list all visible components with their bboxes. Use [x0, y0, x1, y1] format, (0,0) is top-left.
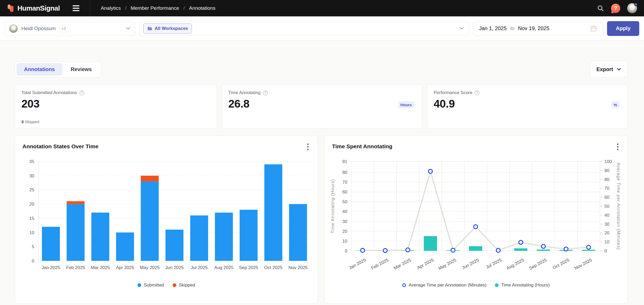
- svg-text:0: 0: [345, 248, 347, 253]
- svg-text:Nov 2025: Nov 2025: [574, 257, 593, 271]
- apply-button[interactable]: Apply: [607, 21, 639, 36]
- skipped-count: 3: [21, 119, 23, 124]
- legend-label: Average Time per Annotation (Minutes): [409, 283, 486, 288]
- kebab-menu-icon[interactable]: [614, 143, 621, 151]
- legend-label: Time Annotating (Hours): [501, 283, 550, 288]
- kebab-menu-icon[interactable]: [304, 143, 311, 151]
- avg-time-legend-ring: [402, 283, 406, 287]
- legend-item-avg-time[interactable]: Average Time per Annotation (Minutes): [402, 283, 486, 288]
- svg-text:Jul 2025: Jul 2025: [485, 257, 503, 270]
- stat-label: Time Annotating: [228, 90, 261, 95]
- svg-text:Feb 2025: Feb 2025: [66, 265, 85, 270]
- tab-annotations[interactable]: Annotations: [17, 63, 62, 76]
- help-circle-icon[interactable]: ?: [79, 90, 84, 95]
- svg-text:10: 10: [29, 230, 34, 235]
- time-spent-chart-svg[interactable]: 0102030405060708091010203040506070809010…: [325, 136, 627, 303]
- breadcrumb-member-performance[interactable]: Member Performance: [131, 5, 179, 11]
- help-circle-icon[interactable]: ?: [475, 90, 480, 95]
- analytics-page: HumanSignal Analytics / Member Performan…: [0, 0, 644, 305]
- stat-cards: Total Submitted Annotations ? 203 3Skipp…: [15, 85, 628, 128]
- help-circle-icon[interactable]: ?: [263, 90, 268, 95]
- member-select[interactable]: Heidi Opossum +3: [4, 21, 135, 36]
- hamburger-menu-icon[interactable]: [73, 5, 79, 11]
- svg-text:Jun 2025: Jun 2025: [461, 257, 480, 271]
- annotation-states-chart-card: 05101520253035Jan 2025Feb 2025Mar 2025Ap…: [15, 136, 318, 303]
- search-icon[interactable]: [597, 5, 604, 12]
- svg-text:Jan 2025: Jan 2025: [42, 265, 60, 270]
- svg-text:35: 35: [29, 159, 34, 164]
- workspace-chip[interactable]: All Workspaces: [143, 24, 192, 34]
- svg-text:Oct 2025: Oct 2025: [552, 257, 570, 270]
- humansignal-logo-icon: [7, 4, 15, 12]
- svg-text:80: 80: [342, 170, 347, 175]
- header-actions: ?: [597, 3, 637, 13]
- date-to-word: to: [509, 26, 515, 31]
- svg-text:Aug 2025: Aug 2025: [214, 265, 234, 270]
- svg-text:Sep 2025: Sep 2025: [239, 265, 258, 270]
- breadcrumb: Analytics / Member Performance / Annotat…: [101, 5, 216, 11]
- submitted-legend-dot: [138, 283, 141, 287]
- stat-card-time-annotating: Time Annotating ? 26.8 Hours: [222, 85, 422, 128]
- legend-item-time-annotating[interactable]: Time Annotating (Hours): [495, 283, 550, 288]
- chart-title: Time Spent Annotating: [332, 143, 392, 150]
- stat-label: Total Submitted Annotations: [21, 90, 77, 95]
- svg-text:Oct 2025: Oct 2025: [264, 265, 282, 270]
- chart-legend: Average Time per Annotation (Minutes) Ti…: [325, 283, 627, 288]
- svg-text:30: 30: [604, 222, 609, 227]
- brand-name: HumanSignal: [17, 4, 60, 12]
- legend-item-submitted[interactable]: Submitted: [138, 283, 164, 288]
- svg-text:50: 50: [342, 199, 347, 204]
- svg-text:91: 91: [342, 159, 347, 164]
- user-avatar[interactable]: [627, 3, 637, 13]
- svg-text:60: 60: [342, 190, 347, 195]
- svg-text:10: 10: [604, 239, 609, 244]
- date-to: Nov 19, 2025: [518, 25, 550, 31]
- top-header: HumanSignal Analytics / Member Performan…: [0, 0, 644, 16]
- chevron-down-icon: [617, 68, 621, 71]
- time-spent-chart-card: 0102030405060708091010203040506070809010…: [324, 136, 628, 303]
- date-range-input[interactable]: Jan 1, 2025 to Nov 19, 2025: [473, 21, 603, 36]
- header-divider: [90, 0, 90, 16]
- breadcrumb-separator: /: [125, 5, 126, 11]
- annotation-states-chart-svg[interactable]: 05101520253035Jan 2025Feb 2025Mar 2025Ap…: [15, 136, 318, 303]
- calendar-icon[interactable]: [590, 25, 597, 32]
- svg-text:Jan 2025: Jan 2025: [348, 257, 367, 271]
- legend-label: Submitted: [144, 283, 164, 288]
- svg-text:60: 60: [604, 195, 609, 200]
- brand[interactable]: HumanSignal: [7, 4, 60, 12]
- export-button[interactable]: Export: [590, 61, 628, 78]
- stat-card-performance-score: Performance Score ? 40.9 %: [427, 85, 628, 128]
- svg-text:May 2025: May 2025: [437, 257, 457, 271]
- svg-text:Apr 2025: Apr 2025: [116, 265, 134, 270]
- stat-sub: 3Skipped: [21, 119, 39, 124]
- unit-badge-percent: %: [611, 101, 619, 108]
- stat-label: Performance Score: [434, 90, 472, 95]
- svg-text:Aug 2025: Aug 2025: [506, 257, 525, 271]
- breadcrumb-annotations[interactable]: Annotations: [189, 5, 215, 11]
- breadcrumb-analytics[interactable]: Analytics: [101, 5, 121, 11]
- unit-badge-hours: Hours: [398, 101, 414, 108]
- help-icon[interactable]: ?: [611, 4, 620, 13]
- legend-item-skipped[interactable]: Skipped: [173, 283, 195, 288]
- svg-text:Sep 2025: Sep 2025: [528, 257, 548, 271]
- svg-text:30: 30: [342, 219, 347, 224]
- svg-text:25: 25: [29, 187, 34, 192]
- skipped-legend-dot: [173, 283, 176, 287]
- svg-text:80: 80: [604, 177, 609, 182]
- chevron-down-icon: [126, 27, 130, 30]
- main-content: Annotations Reviews Export Total Submitt…: [0, 41, 644, 303]
- svg-text:Jul 2025: Jul 2025: [191, 265, 207, 270]
- online-status-dot: [634, 3, 638, 6]
- svg-text:Nov 2025: Nov 2025: [288, 265, 308, 270]
- svg-text:20: 20: [29, 202, 34, 207]
- tab-reviews[interactable]: Reviews: [63, 63, 99, 76]
- workspace-select[interactable]: All Workspaces: [139, 21, 469, 36]
- charts-row: 05101520253035Jan 2025Feb 2025Mar 2025Ap…: [15, 136, 628, 303]
- svg-text:70: 70: [604, 186, 609, 191]
- date-from: Jan 1, 2025: [479, 25, 507, 31]
- filter-bar: Heidi Opossum +3 All Workspaces Jan 1, 2…: [0, 16, 644, 41]
- svg-text:50: 50: [604, 204, 609, 209]
- chart-title: Annotation States Over Time: [22, 143, 98, 150]
- workspace-chip-label: All Workspaces: [155, 26, 188, 31]
- svg-text:70: 70: [342, 180, 347, 185]
